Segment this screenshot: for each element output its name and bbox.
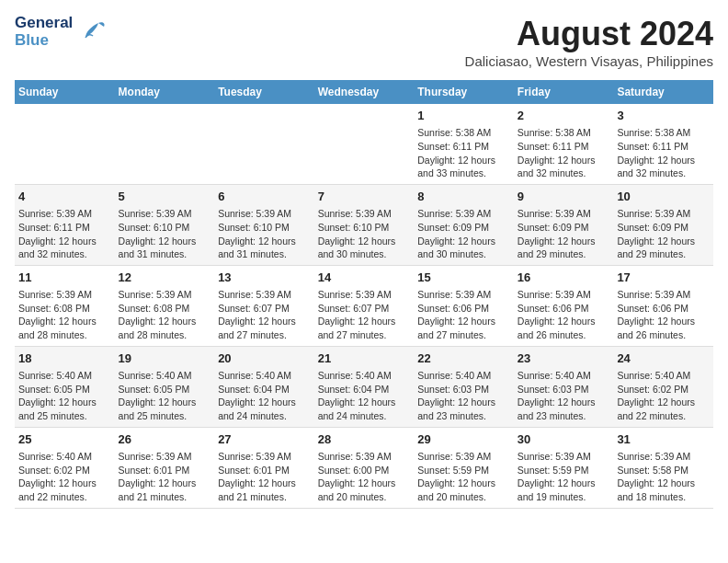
cell-text-2-3: Sunrise: 5:39 AM Sunset: 6:10 PM Dayligh… bbox=[218, 207, 311, 261]
cell-1-4 bbox=[314, 104, 415, 184]
day-number-23: 23 bbox=[518, 350, 610, 367]
cell-text-4-3: Sunrise: 5:40 AM Sunset: 6:04 PM Dayligh… bbox=[218, 369, 311, 423]
cell-1-3 bbox=[214, 104, 314, 184]
header-thursday: Thursday bbox=[414, 80, 514, 104]
week-row-2: 4Sunrise: 5:39 AM Sunset: 6:11 PM Daylig… bbox=[15, 184, 713, 265]
day-number-3: 3 bbox=[617, 108, 710, 124]
cell-1-5: 1Sunrise: 5:38 AM Sunset: 6:11 PM Daylig… bbox=[414, 104, 514, 184]
day-number-12: 12 bbox=[119, 270, 211, 286]
day-number-4: 4 bbox=[18, 189, 111, 205]
logo: General Blue bbox=[15, 15, 108, 49]
cell-text-3-5: Sunrise: 5:39 AM Sunset: 6:06 PM Dayligh… bbox=[417, 288, 510, 342]
cell-text-5-7: Sunrise: 5:39 AM Sunset: 5:58 PM Dayligh… bbox=[617, 450, 710, 504]
cell-text-3-3: Sunrise: 5:39 AM Sunset: 6:07 PM Dayligh… bbox=[218, 288, 311, 342]
cell-4-3: 20Sunrise: 5:40 AM Sunset: 6:04 PM Dayli… bbox=[214, 346, 314, 427]
cell-3-1: 11Sunrise: 5:39 AM Sunset: 6:08 PM Dayli… bbox=[15, 265, 115, 346]
cell-3-7: 17Sunrise: 5:39 AM Sunset: 6:06 PM Dayli… bbox=[613, 265, 713, 346]
cell-text-2-5: Sunrise: 5:39 AM Sunset: 6:09 PM Dayligh… bbox=[417, 207, 510, 261]
day-number-2: 2 bbox=[518, 108, 610, 124]
cell-text-3-4: Sunrise: 5:39 AM Sunset: 6:07 PM Dayligh… bbox=[318, 288, 411, 342]
cell-text-2-6: Sunrise: 5:39 AM Sunset: 6:09 PM Dayligh… bbox=[518, 207, 610, 261]
cell-5-3: 27Sunrise: 5:39 AM Sunset: 6:01 PM Dayli… bbox=[214, 427, 314, 508]
cell-2-7: 10Sunrise: 5:39 AM Sunset: 6:09 PM Dayli… bbox=[613, 184, 713, 265]
cell-text-5-6: Sunrise: 5:39 AM Sunset: 5:59 PM Dayligh… bbox=[518, 450, 610, 504]
page-title: August 2024 bbox=[465, 15, 713, 53]
page-header: General Blue August 2024 Daliciasao, Wes… bbox=[15, 15, 713, 69]
day-number-16: 16 bbox=[518, 270, 610, 286]
header-sunday: Sunday bbox=[15, 80, 115, 104]
day-number-13: 13 bbox=[218, 270, 311, 286]
cell-3-5: 15Sunrise: 5:39 AM Sunset: 6:06 PM Dayli… bbox=[414, 265, 514, 346]
calendar-header-row: SundayMondayTuesdayWednesdayThursdayFrid… bbox=[15, 80, 713, 104]
cell-4-2: 19Sunrise: 5:40 AM Sunset: 6:05 PM Dayli… bbox=[115, 346, 215, 427]
week-row-3: 11Sunrise: 5:39 AM Sunset: 6:08 PM Dayli… bbox=[15, 265, 713, 346]
cell-5-7: 31Sunrise: 5:39 AM Sunset: 5:58 PM Dayli… bbox=[613, 427, 713, 508]
cell-1-7: 3Sunrise: 5:38 AM Sunset: 6:11 PM Daylig… bbox=[613, 104, 713, 184]
week-row-4: 18Sunrise: 5:40 AM Sunset: 6:05 PM Dayli… bbox=[15, 346, 713, 427]
cell-4-1: 18Sunrise: 5:40 AM Sunset: 6:05 PM Dayli… bbox=[15, 346, 115, 427]
cell-text-2-2: Sunrise: 5:39 AM Sunset: 6:10 PM Dayligh… bbox=[119, 207, 211, 261]
header-tuesday: Tuesday bbox=[214, 80, 314, 104]
cell-text-4-7: Sunrise: 5:40 AM Sunset: 6:02 PM Dayligh… bbox=[617, 369, 710, 423]
day-number-17: 17 bbox=[617, 270, 710, 286]
day-number-18: 18 bbox=[18, 350, 111, 367]
day-number-1: 1 bbox=[417, 108, 510, 124]
day-number-8: 8 bbox=[417, 189, 510, 205]
logo-text-general: General bbox=[15, 15, 73, 32]
cell-5-2: 26Sunrise: 5:39 AM Sunset: 6:01 PM Dayli… bbox=[115, 427, 215, 508]
day-number-31: 31 bbox=[617, 431, 710, 448]
day-number-15: 15 bbox=[417, 270, 510, 286]
day-number-26: 26 bbox=[119, 431, 211, 448]
header-saturday: Saturday bbox=[613, 80, 713, 104]
header-monday: Monday bbox=[115, 80, 215, 104]
week-row-1: 1Sunrise: 5:38 AM Sunset: 6:11 PM Daylig… bbox=[15, 104, 713, 184]
day-number-6: 6 bbox=[218, 189, 311, 205]
cell-2-5: 8Sunrise: 5:39 AM Sunset: 6:09 PM Daylig… bbox=[414, 184, 514, 265]
cell-text-2-7: Sunrise: 5:39 AM Sunset: 6:09 PM Dayligh… bbox=[617, 207, 710, 261]
logo-text-blue: Blue bbox=[15, 32, 73, 50]
day-number-24: 24 bbox=[617, 350, 710, 367]
week-row-5: 25Sunrise: 5:40 AM Sunset: 6:02 PM Dayli… bbox=[15, 427, 713, 508]
day-number-20: 20 bbox=[218, 350, 311, 367]
cell-text-3-7: Sunrise: 5:39 AM Sunset: 6:06 PM Dayligh… bbox=[617, 288, 710, 342]
day-number-27: 27 bbox=[218, 431, 311, 448]
day-number-29: 29 bbox=[417, 431, 510, 448]
title-area: August 2024 Daliciasao, Western Visayas,… bbox=[465, 15, 713, 69]
cell-4-4: 21Sunrise: 5:40 AM Sunset: 6:04 PM Dayli… bbox=[314, 346, 415, 427]
day-number-7: 7 bbox=[318, 189, 411, 205]
cell-text-5-3: Sunrise: 5:39 AM Sunset: 6:01 PM Dayligh… bbox=[218, 450, 311, 504]
day-number-5: 5 bbox=[119, 189, 211, 205]
cell-text-1-6: Sunrise: 5:38 AM Sunset: 6:11 PM Dayligh… bbox=[518, 126, 610, 180]
day-number-30: 30 bbox=[518, 431, 610, 448]
day-number-19: 19 bbox=[119, 350, 211, 367]
cell-text-4-5: Sunrise: 5:40 AM Sunset: 6:03 PM Dayligh… bbox=[417, 369, 510, 423]
cell-text-4-1: Sunrise: 5:40 AM Sunset: 6:05 PM Dayligh… bbox=[18, 369, 111, 423]
cell-1-6: 2Sunrise: 5:38 AM Sunset: 6:11 PM Daylig… bbox=[514, 104, 614, 184]
cell-text-3-6: Sunrise: 5:39 AM Sunset: 6:06 PM Dayligh… bbox=[518, 288, 610, 342]
cell-text-3-2: Sunrise: 5:39 AM Sunset: 6:08 PM Dayligh… bbox=[119, 288, 211, 342]
day-number-25: 25 bbox=[18, 431, 111, 448]
cell-3-6: 16Sunrise: 5:39 AM Sunset: 6:06 PM Dayli… bbox=[514, 265, 614, 346]
cell-4-7: 24Sunrise: 5:40 AM Sunset: 6:02 PM Dayli… bbox=[613, 346, 713, 427]
cell-text-5-1: Sunrise: 5:40 AM Sunset: 6:02 PM Dayligh… bbox=[18, 450, 111, 504]
day-number-10: 10 bbox=[617, 189, 710, 205]
cell-text-2-4: Sunrise: 5:39 AM Sunset: 6:10 PM Dayligh… bbox=[318, 207, 411, 261]
cell-3-3: 13Sunrise: 5:39 AM Sunset: 6:07 PM Dayli… bbox=[214, 265, 314, 346]
cell-text-2-1: Sunrise: 5:39 AM Sunset: 6:11 PM Dayligh… bbox=[18, 207, 111, 261]
cell-5-4: 28Sunrise: 5:39 AM Sunset: 6:00 PM Dayli… bbox=[314, 427, 415, 508]
cell-3-4: 14Sunrise: 5:39 AM Sunset: 6:07 PM Dayli… bbox=[314, 265, 415, 346]
day-number-11: 11 bbox=[18, 270, 111, 286]
cell-4-6: 23Sunrise: 5:40 AM Sunset: 6:03 PM Dayli… bbox=[514, 346, 614, 427]
day-number-22: 22 bbox=[417, 350, 510, 367]
day-number-14: 14 bbox=[318, 270, 411, 286]
cell-text-5-5: Sunrise: 5:39 AM Sunset: 5:59 PM Dayligh… bbox=[417, 450, 510, 504]
cell-text-4-6: Sunrise: 5:40 AM Sunset: 6:03 PM Dayligh… bbox=[518, 369, 610, 423]
cell-2-6: 9Sunrise: 5:39 AM Sunset: 6:09 PM Daylig… bbox=[514, 184, 614, 265]
day-number-9: 9 bbox=[518, 189, 610, 205]
cell-text-3-1: Sunrise: 5:39 AM Sunset: 6:08 PM Dayligh… bbox=[18, 288, 111, 342]
cell-text-4-4: Sunrise: 5:40 AM Sunset: 6:04 PM Dayligh… bbox=[318, 369, 411, 423]
logo-bird-icon bbox=[78, 16, 108, 49]
cell-text-1-5: Sunrise: 5:38 AM Sunset: 6:11 PM Dayligh… bbox=[417, 126, 510, 180]
cell-5-6: 30Sunrise: 5:39 AM Sunset: 5:59 PM Dayli… bbox=[514, 427, 614, 508]
header-friday: Friday bbox=[514, 80, 614, 104]
